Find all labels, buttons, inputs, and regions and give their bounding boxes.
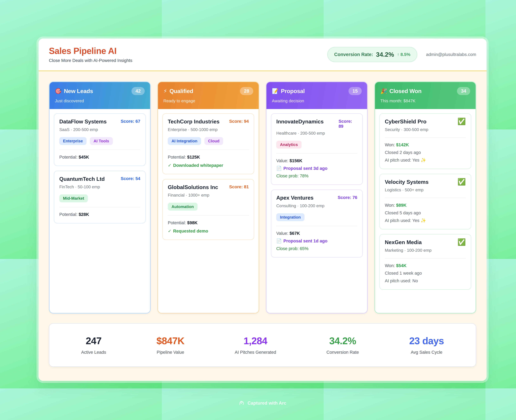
user-email: admin@plusultralabs.com (426, 52, 476, 57)
value-row: Value: $67K (276, 230, 357, 237)
lead-name: InnovateDynamics (276, 118, 336, 125)
page-title: Sales Pipeline AI (49, 46, 133, 56)
closed-date-row: Closed 5 days ago (385, 209, 466, 217)
stat-label: Active Leads (81, 350, 106, 355)
lead-meta: Marketing · 100-200 emp (385, 247, 466, 254)
column-subtitle: This month: $847K (380, 98, 470, 103)
proposal-text: Proposal sent 3d ago (283, 166, 327, 171)
lead-meta: Consulting · 100-200 emp (276, 203, 357, 209)
won-row: Won: $142K (385, 141, 466, 149)
lightning-icon: ⚡ (163, 88, 167, 94)
won-value: $54K (396, 263, 406, 268)
lead-meta: Security · 300-500 emp (385, 127, 466, 133)
lead-score: Score: 81 (229, 184, 249, 189)
closed-date-row: Closed 2 days ago (385, 149, 466, 156)
ai-pitch-row: AI pitch used: Yes ✨ (385, 217, 466, 224)
party-icon: 🎉 (380, 88, 387, 94)
card-divider (59, 207, 140, 207)
stat-value: $847K (156, 335, 184, 346)
column-count-badge: 42 (132, 87, 145, 95)
lead-card-quantumtech[interactable]: QuantumTech Ltd Score: 54 FinTech · 50-1… (54, 171, 146, 223)
stat-label: AI Pitches Generated (235, 350, 276, 355)
lead-card-techcorp[interactable]: TechCorp Industries Score: 94 Enterprise… (162, 113, 254, 174)
won-row: Won: $54K (385, 262, 466, 270)
ai-pitch-row: AI pitch used: Yes ✨ (385, 156, 466, 164)
lead-card-velocity[interactable]: Velocity Systems ✅ Logistics · 500+ emp … (379, 174, 471, 229)
column-qualified: ⚡ Qualified 28 Ready to engage TechCorp … (157, 82, 259, 314)
column-title: Qualified (170, 88, 193, 94)
stat-pipeline-value: $847K Pipeline Value (156, 335, 184, 355)
column-title: Proposal (281, 88, 305, 94)
watermark-text: Captured with Arc (247, 400, 286, 406)
won-label: Won: (385, 203, 395, 208)
lead-card-dataflow[interactable]: DataFlow Systems Score: 67 SaaS · 200-50… (54, 113, 146, 166)
column-title: New Leads (64, 88, 93, 94)
potential-row: Potential: $125K (168, 153, 249, 161)
lead-name: QuantumTech Ltd (59, 175, 118, 182)
won-row: Won: $89K (385, 202, 466, 209)
lead-card-globalsolutions[interactable]: GlobalSolutions Inc Score: 81 Financial … (162, 179, 254, 240)
lead-name: GlobalSolutions Inc (168, 184, 227, 191)
potential-row: Potential: $45K (59, 153, 140, 161)
potential-row: Potential: $28K (59, 211, 140, 218)
potential-value: $98K (187, 220, 198, 225)
stat-label: Pipeline Value (156, 350, 184, 355)
stat-ai-pitches: 1,284 AI Pitches Generated (235, 335, 276, 355)
lead-meta: Financial · 1000+ emp (168, 192, 249, 198)
lead-name: NexGen Media (385, 239, 455, 246)
card-divider (59, 150, 140, 150)
column-qualified-body: TechCorp Industries Score: 94 Enterprise… (158, 109, 258, 313)
column-subtitle: Awaiting decision (272, 98, 362, 103)
value-amount: $156K (289, 158, 302, 163)
arc-logo-icon (239, 400, 245, 406)
potential-label: Potential: (59, 155, 78, 159)
won-label: Won: (385, 263, 395, 268)
card-divider (168, 215, 249, 216)
close-prob-row: Close prob: 65% (276, 245, 357, 252)
lead-name: DataFlow Systems (59, 118, 118, 125)
stat-label: Avg Sales Cycle (409, 350, 444, 355)
value-label: Value: (276, 158, 288, 163)
lead-card-innovatedynamics[interactable]: InnovateDynamics Score: 89 Healthcare · … (271, 113, 363, 185)
potential-value: $45K (79, 155, 89, 159)
lead-card-cybershield[interactable]: CyberShield Pro ✅ Security · 300-500 emp… (379, 113, 471, 169)
activity-row: ✓Downloaded whitepaper (168, 162, 249, 169)
tag-mid-market: Mid-Market (59, 195, 88, 202)
stat-conversion-rate: 34.2% Conversion Rate (326, 335, 359, 355)
potential-label: Potential: (168, 155, 186, 159)
lead-score: Score: 54 (121, 175, 140, 181)
lead-meta: Enterprise · 500-1000 emp (168, 127, 249, 133)
card-divider (385, 198, 466, 198)
tag-automation: Automation (168, 203, 198, 210)
card-divider (385, 258, 466, 258)
closed-date-row: Closed 1 week ago (385, 269, 466, 277)
document-icon: 📄 (276, 166, 282, 171)
ai-pitch-row: AI pitch used: No (385, 277, 466, 285)
column-closed-won: 🎉 Closed Won 34 This month: $847K CyberS… (374, 82, 476, 314)
app-header: Sales Pipeline AI Close More Deals with … (38, 38, 487, 71)
lead-score: Score: 76 (338, 194, 357, 200)
lead-name: CyberShield Pro (385, 118, 455, 125)
lead-meta: Logistics · 500+ emp (385, 187, 466, 193)
proposal-row: 📄Proposal sent 3d ago (276, 165, 357, 172)
check-icon: ✓ (168, 163, 171, 168)
card-divider (168, 150, 249, 150)
proposal-text: Proposal sent 1d ago (283, 239, 327, 243)
lead-name: Velocity Systems (385, 179, 455, 185)
summary-stats-bar: 247 Active Leads $847K Pipeline Value 1,… (49, 323, 476, 367)
conversion-rate-pill: Conversion Rate: 34.2% ↑ 8.5% (327, 47, 417, 62)
lead-card-apexventures[interactable]: Apex Ventures Score: 76 Consulting · 100… (271, 190, 363, 257)
value-row: Value: $156K (276, 157, 357, 165)
close-prob-row: Close prob: 78% (276, 172, 357, 180)
card-divider (385, 137, 466, 138)
proposal-row: 📄Proposal sent 1d ago (276, 237, 357, 245)
potential-label: Potential: (59, 212, 78, 217)
tag-ai-integration: AI Integration (168, 137, 201, 145)
lead-card-nexgen[interactable]: NexGen Media ✅ Marketing · 100-200 emp W… (379, 234, 471, 290)
column-new-leads-header: 🎯 New Leads 42 Just discovered (50, 82, 150, 109)
column-subtitle: Just discovered (55, 98, 145, 103)
activity-text: Downloaded whitepaper (173, 163, 223, 168)
stat-label: Conversion Rate (326, 350, 359, 355)
stat-active-leads: 247 Active Leads (81, 335, 106, 355)
pipeline-content: 🎯 New Leads 42 Just discovered DataFlow … (38, 71, 487, 381)
